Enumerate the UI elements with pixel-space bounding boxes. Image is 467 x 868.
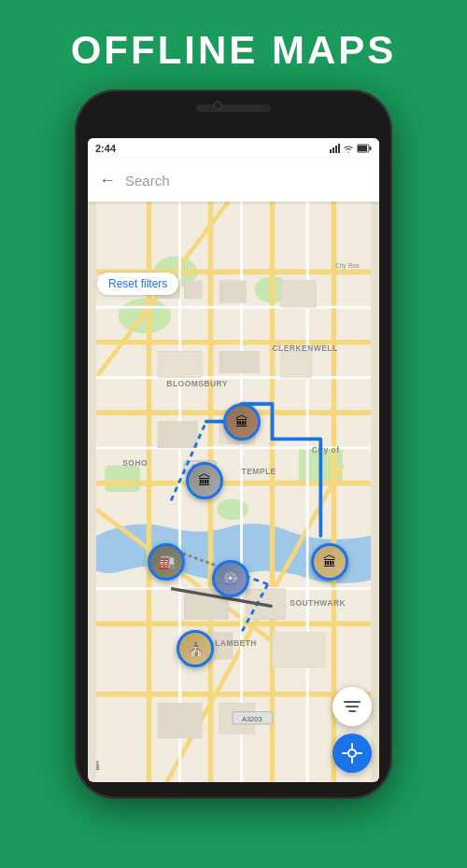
- info-button[interactable]: ℹ: [95, 759, 100, 773]
- svg-text:City of: City of: [312, 445, 340, 455]
- app-background: OFFLINE MAPS 2:44: [0, 0, 467, 868]
- svg-text:BLOOMSBURY: BLOOMSBURY: [166, 379, 228, 388]
- location-fab-button[interactable]: [333, 734, 372, 773]
- landmark-pin-3[interactable]: 🏭: [148, 543, 185, 581]
- landmark-pin-2[interactable]: 🏛: [186, 462, 223, 499]
- phone-notch: [196, 105, 271, 112]
- phone-screen: 2:44: [88, 138, 379, 782]
- svg-rect-33: [281, 281, 317, 307]
- landmark-pin-1[interactable]: 🏛: [223, 403, 261, 441]
- status-bar: 2:44: [88, 138, 379, 159]
- location-icon: [342, 743, 362, 763]
- signal-icon: [330, 144, 340, 153]
- svg-rect-2: [358, 146, 367, 151]
- svg-rect-37: [158, 422, 197, 448]
- landmark-pin-4[interactable]: 🎡: [212, 560, 249, 597]
- app-title: OFFLINE MAPS: [0, 28, 467, 73]
- phone-camera: [213, 101, 222, 110]
- status-time: 2:44: [95, 143, 116, 154]
- svg-text:A3203: A3203: [242, 715, 262, 723]
- svg-text:City Roa: City Roa: [335, 262, 360, 270]
- svg-rect-40: [246, 589, 285, 620]
- landmark-pin-6[interactable]: 🏛: [311, 543, 348, 581]
- reset-filters-button[interactable]: Reset filters: [97, 273, 178, 295]
- svg-point-8: [217, 499, 248, 521]
- svg-text:SOHO: SOHO: [122, 458, 148, 468]
- battery-icon: [357, 144, 372, 153]
- svg-text:CLERKENWELL: CLERKENWELL: [272, 343, 337, 353]
- svg-rect-36: [281, 351, 312, 377]
- svg-rect-1: [370, 147, 372, 150]
- svg-rect-7: [105, 466, 140, 492]
- filter-icon: [343, 699, 361, 714]
- phone-device: 2:44: [75, 90, 392, 799]
- search-bar[interactable]: ← Search: [88, 159, 379, 202]
- search-placeholder[interactable]: Search: [125, 173, 170, 189]
- svg-rect-43: [158, 703, 202, 738]
- wifi-icon: [343, 144, 354, 153]
- svg-text:LAMBETH: LAMBETH: [215, 638, 257, 648]
- svg-text:SOUTHWARK: SOUTHWARK: [290, 599, 346, 609]
- svg-rect-42: [272, 633, 325, 668]
- back-button[interactable]: ←: [99, 171, 116, 190]
- landmark-pin-5[interactable]: ⛪: [177, 630, 214, 667]
- svg-rect-32: [219, 281, 246, 303]
- svg-rect-31: [184, 281, 202, 299]
- status-icons: [330, 144, 372, 153]
- svg-point-65: [348, 749, 356, 757]
- filter-fab-button[interactable]: [333, 687, 372, 726]
- svg-rect-35: [219, 351, 259, 373]
- svg-rect-34: [158, 351, 202, 377]
- map-area[interactable]: A3203 B402 BLOOMSBURY CLERKENWELL SOHO T…: [88, 202, 379, 782]
- svg-text:TEMPLE: TEMPLE: [241, 467, 276, 476]
